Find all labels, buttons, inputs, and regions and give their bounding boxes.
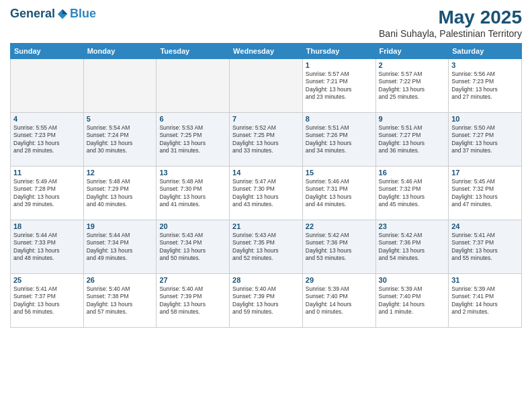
calendar-cell: 22Sunrise: 5:42 AMSunset: 7:36 PMDayligh… [302,220,375,274]
calendar-week-2: 4Sunrise: 5:55 AMSunset: 7:23 PMDaylight… [11,113,522,167]
calendar-cell: 25Sunrise: 5:41 AMSunset: 7:37 PMDayligh… [11,274,84,328]
calendar-cell: 4Sunrise: 5:55 AMSunset: 7:23 PMDaylight… [11,113,84,167]
calendar-cell: 15Sunrise: 5:46 AMSunset: 7:31 PMDayligh… [302,167,375,220]
calendar-cell: 31Sunrise: 5:39 AMSunset: 7:41 PMDayligh… [449,274,522,328]
day-info: Sunrise: 5:44 AMSunset: 7:34 PMDaylight:… [87,232,154,263]
calendar-cell: 3Sunrise: 5:56 AMSunset: 7:23 PMDaylight… [449,59,522,113]
col-friday: Friday [375,44,449,59]
day-number: 9 [379,115,446,123]
day-info: Sunrise: 5:47 AMSunset: 7:30 PMDaylight:… [232,178,300,209]
logo: General Blue [10,7,96,21]
day-number: 15 [306,169,373,177]
day-number: 26 [87,276,154,284]
calendar-cell: 7Sunrise: 5:52 AMSunset: 7:25 PMDaylight… [230,113,303,167]
calendar-cell [83,59,157,113]
day-number: 28 [232,276,300,284]
calendar-week-5: 25Sunrise: 5:41 AMSunset: 7:37 PMDayligh… [11,274,522,328]
calendar-week-4: 18Sunrise: 5:44 AMSunset: 7:33 PMDayligh… [11,220,522,274]
calendar-cell: 5Sunrise: 5:54 AMSunset: 7:24 PMDaylight… [83,113,157,167]
calendar-cell: 28Sunrise: 5:40 AMSunset: 7:39 PMDayligh… [230,274,303,328]
calendar-cell: 26Sunrise: 5:40 AMSunset: 7:38 PMDayligh… [83,274,157,328]
day-info: Sunrise: 5:56 AMSunset: 7:23 PMDaylight:… [451,71,519,101]
day-info: Sunrise: 5:39 AMSunset: 7:41 PMDaylight:… [451,285,519,316]
day-info: Sunrise: 5:44 AMSunset: 7:33 PMDaylight:… [13,232,81,263]
calendar-location: Bani Suhayla, Palestinian Territory [379,28,522,39]
calendar-week-1: 1Sunrise: 5:57 AMSunset: 7:21 PMDaylight… [11,59,522,113]
day-number: 19 [87,222,154,230]
calendar-cell: 13Sunrise: 5:48 AMSunset: 7:30 PMDayligh… [157,167,230,220]
calendar-cell: 1Sunrise: 5:57 AMSunset: 7:21 PMDaylight… [302,59,375,113]
calendar-title: May 2025 [379,7,522,28]
logo-blue: Blue [70,7,96,21]
day-info: Sunrise: 5:43 AMSunset: 7:35 PMDaylight:… [232,232,300,263]
calendar-body: 1Sunrise: 5:57 AMSunset: 7:21 PMDaylight… [11,59,522,328]
day-info: Sunrise: 5:49 AMSunset: 7:28 PMDaylight:… [13,178,81,209]
calendar-cell: 14Sunrise: 5:47 AMSunset: 7:30 PMDayligh… [230,167,303,220]
day-number: 20 [159,222,226,230]
day-info: Sunrise: 5:39 AMSunset: 7:40 PMDaylight:… [306,285,373,316]
day-number: 23 [379,222,446,230]
day-info: Sunrise: 5:48 AMSunset: 7:29 PMDaylight:… [87,178,154,209]
day-info: Sunrise: 5:46 AMSunset: 7:31 PMDaylight:… [306,178,373,209]
svg-marker-1 [62,9,67,13]
day-info: Sunrise: 5:46 AMSunset: 7:32 PMDaylight:… [379,178,446,209]
col-saturday: Saturday [449,44,522,59]
day-number: 25 [13,276,81,284]
col-sunday: Sunday [11,44,84,59]
day-number: 10 [451,115,519,123]
day-number: 18 [13,222,81,230]
calendar-cell: 27Sunrise: 5:40 AMSunset: 7:39 PMDayligh… [157,274,230,328]
header-row: Sunday Monday Tuesday Wednesday Thursday… [11,44,522,59]
day-info: Sunrise: 5:52 AMSunset: 7:25 PMDaylight:… [232,124,300,155]
day-info: Sunrise: 5:51 AMSunset: 7:27 PMDaylight:… [379,124,446,155]
day-number: 16 [379,169,446,177]
day-info: Sunrise: 5:40 AMSunset: 7:39 PMDaylight:… [159,285,226,316]
day-info: Sunrise: 5:39 AMSunset: 7:40 PMDaylight:… [379,285,446,316]
calendar-cell: 20Sunrise: 5:43 AMSunset: 7:34 PMDayligh… [157,220,230,274]
day-info: Sunrise: 5:41 AMSunset: 7:37 PMDaylight:… [13,285,81,316]
calendar-cell: 29Sunrise: 5:39 AMSunset: 7:40 PMDayligh… [302,274,375,328]
col-wednesday: Wednesday [230,44,303,59]
day-number: 8 [306,115,373,123]
calendar-cell: 30Sunrise: 5:39 AMSunset: 7:40 PMDayligh… [375,274,449,328]
calendar-cell: 8Sunrise: 5:51 AMSunset: 7:26 PMDaylight… [302,113,375,167]
calendar-cell: 24Sunrise: 5:41 AMSunset: 7:37 PMDayligh… [449,220,522,274]
calendar-header: Sunday Monday Tuesday Wednesday Thursday… [11,44,522,59]
day-number: 4 [13,115,81,123]
calendar-cell: 19Sunrise: 5:44 AMSunset: 7:34 PMDayligh… [83,220,157,274]
day-number: 24 [451,222,519,230]
calendar-cell: 10Sunrise: 5:50 AMSunset: 7:27 PMDayligh… [449,113,522,167]
day-number: 17 [451,169,519,177]
day-info: Sunrise: 5:40 AMSunset: 7:38 PMDaylight:… [87,285,154,316]
col-monday: Monday [83,44,157,59]
day-info: Sunrise: 5:51 AMSunset: 7:26 PMDaylight:… [306,124,373,155]
day-number: 14 [232,169,300,177]
day-number: 11 [13,169,81,177]
day-info: Sunrise: 5:50 AMSunset: 7:27 PMDaylight:… [451,124,519,155]
day-info: Sunrise: 5:42 AMSunset: 7:36 PMDaylight:… [379,232,446,263]
col-thursday: Thursday [302,44,375,59]
calendar-cell: 12Sunrise: 5:48 AMSunset: 7:29 PMDayligh… [83,167,157,220]
calendar-cell: 16Sunrise: 5:46 AMSunset: 7:32 PMDayligh… [375,167,449,220]
day-number: 31 [451,276,519,284]
day-number: 3 [451,61,519,69]
calendar-cell: 18Sunrise: 5:44 AMSunset: 7:33 PMDayligh… [11,220,84,274]
logo-icon [56,8,69,20]
day-number: 21 [232,222,300,230]
calendar-cell [11,59,84,113]
calendar-cell: 21Sunrise: 5:43 AMSunset: 7:35 PMDayligh… [230,220,303,274]
calendar-cell: 17Sunrise: 5:45 AMSunset: 7:32 PMDayligh… [449,167,522,220]
calendar-cell [157,59,230,113]
day-info: Sunrise: 5:42 AMSunset: 7:36 PMDaylight:… [306,232,373,263]
header: General Blue May 2025 Bani Suhayla, Pale… [10,7,522,39]
day-number: 1 [306,61,373,69]
day-info: Sunrise: 5:41 AMSunset: 7:37 PMDaylight:… [451,232,519,263]
day-number: 29 [306,276,373,284]
day-number: 12 [87,169,154,177]
day-info: Sunrise: 5:57 AMSunset: 7:21 PMDaylight:… [306,71,373,101]
calendar-cell: 2Sunrise: 5:57 AMSunset: 7:22 PMDaylight… [375,59,449,113]
calendar-cell: 11Sunrise: 5:49 AMSunset: 7:28 PMDayligh… [11,167,84,220]
title-block: May 2025 Bani Suhayla, Palestinian Terri… [379,7,522,39]
day-info: Sunrise: 5:55 AMSunset: 7:23 PMDaylight:… [13,124,81,155]
day-info: Sunrise: 5:40 AMSunset: 7:39 PMDaylight:… [232,285,300,316]
